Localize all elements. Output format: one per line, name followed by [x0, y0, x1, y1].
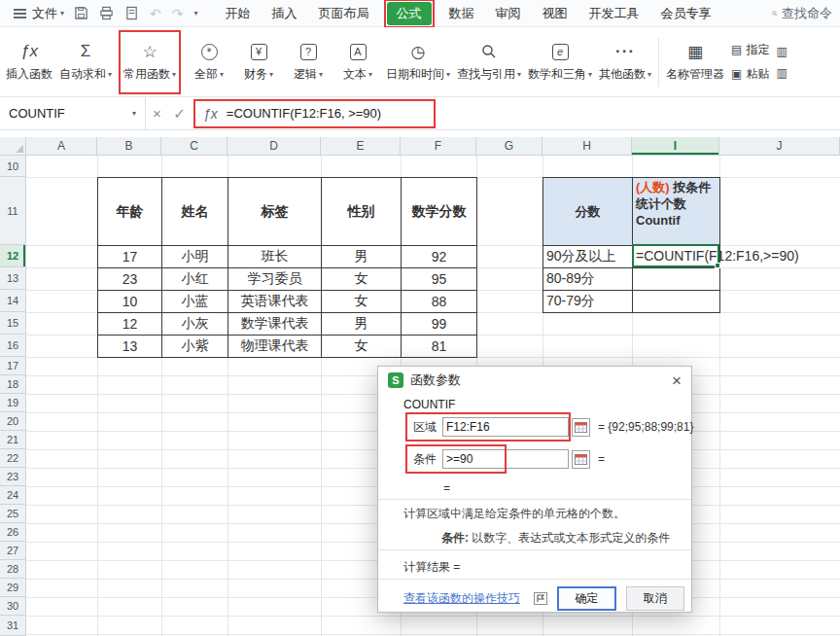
toolbar-chevron-icon[interactable]: ▾	[193, 9, 197, 18]
cell[interactable]: 99	[402, 313, 477, 336]
autosum-button[interactable]: Σ 自动求和▾	[59, 32, 112, 92]
formula-input[interactable]: =COUNTIF(F12:F16, >=90)	[227, 106, 426, 121]
cell[interactable]: 男	[322, 246, 402, 268]
cell[interactable]: 女	[322, 291, 402, 313]
tab-view[interactable]: 视图	[533, 2, 578, 25]
all-functions-button[interactable]: * 全部▾	[188, 32, 230, 92]
column-header-g[interactable]: G	[476, 137, 542, 156]
financial-functions-button[interactable]: ¥ 财务▾	[237, 32, 280, 92]
column-header-i[interactable]: I	[632, 137, 719, 156]
file-menu[interactable]: 文件 ▾	[32, 5, 64, 22]
math-trig-button[interactable]: e 数学和三角▾	[528, 32, 592, 92]
column-header-a[interactable]: A	[26, 137, 97, 156]
save-icon[interactable]	[74, 6, 88, 20]
cell[interactable]: 女	[322, 268, 402, 291]
cell[interactable]: 10	[98, 291, 162, 313]
cell[interactable]: 70-79分	[543, 291, 633, 313]
row-header[interactable]: 17	[0, 357, 26, 375]
cell[interactable]	[633, 291, 720, 313]
cell[interactable]: 年龄	[98, 178, 162, 246]
cell[interactable]: 80-89分	[543, 268, 633, 291]
cell[interactable]: 学习委员	[228, 268, 322, 291]
confirm-entry-icon[interactable]: ✓	[168, 105, 191, 123]
cell[interactable]: 23	[98, 268, 162, 291]
search-box[interactable]: 查找命令	[772, 5, 832, 22]
cell[interactable]: 81	[402, 336, 477, 358]
row-header[interactable]: 20	[0, 412, 26, 431]
text-functions-button[interactable]: A 文本▾	[336, 32, 379, 92]
cell[interactable]: 12	[98, 313, 162, 336]
cell[interactable]: 小紫	[162, 336, 228, 358]
column-header-c[interactable]: C	[161, 137, 228, 156]
cell[interactable]: 分数	[543, 178, 633, 246]
row-header[interactable]: 19	[0, 394, 26, 412]
cell[interactable]: 性别	[322, 178, 402, 246]
cancel-button[interactable]: 取消	[626, 586, 684, 611]
hamburger-menu-icon[interactable]	[14, 13, 26, 15]
tab-review[interactable]: 审阅	[486, 2, 531, 25]
cell[interactable]: 男	[322, 313, 402, 336]
print-icon[interactable]	[99, 6, 114, 20]
cell[interactable]: 班长	[228, 246, 322, 268]
row-header[interactable]: 24	[0, 486, 26, 505]
row-header[interactable]: 18	[0, 375, 26, 394]
row-header[interactable]: 10	[0, 156, 26, 177]
column-header-j[interactable]: J	[719, 137, 840, 156]
column-header-b[interactable]: B	[97, 137, 161, 156]
range-picker-button[interactable]	[572, 418, 590, 437]
cancel-entry-icon[interactable]: ×	[146, 105, 168, 122]
cell[interactable]: 物理课代表	[228, 336, 322, 358]
cell[interactable]: 92	[402, 246, 477, 268]
row-header-selected[interactable]: 12	[0, 245, 26, 267]
redo-icon[interactable]: ↷	[172, 6, 184, 21]
lookup-reference-button[interactable]: 查找与引用▾	[457, 32, 521, 92]
row-header[interactable]: 15	[0, 312, 26, 335]
row-header[interactable]: 31	[0, 616, 26, 636]
cell[interactable]: 姓名	[162, 178, 228, 246]
name-box[interactable]: COUNTIF ▾	[0, 97, 146, 129]
cell[interactable]: 小蓝	[162, 291, 228, 313]
row-header[interactable]: 28	[0, 560, 26, 579]
row-header[interactable]: 13	[0, 267, 26, 290]
assign-names-button[interactable]: ▤ 指定	[731, 42, 769, 58]
help-link[interactable]: 查看该函数的操作技巧	[403, 590, 520, 607]
insert-function-fx-icon[interactable]: ƒx	[203, 106, 218, 122]
clipped-button[interactable]: ▥	[776, 66, 799, 80]
cell[interactable]: 小红	[162, 268, 228, 291]
cell[interactable]: 女	[322, 336, 402, 358]
tab-developer[interactable]: 开发工具	[579, 2, 649, 25]
row-header[interactable]: 16	[0, 335, 26, 357]
clipped-button[interactable]: ▥	[776, 45, 799, 58]
cell[interactable]	[633, 268, 720, 291]
column-header-h[interactable]: H	[542, 137, 632, 156]
cell[interactable]: 90分及以上	[543, 246, 633, 268]
cell[interactable]: 标签	[228, 178, 322, 246]
cell[interactable]: 小明	[162, 246, 228, 268]
ok-button[interactable]: 确定	[557, 586, 616, 611]
column-header-d[interactable]: D	[228, 137, 321, 156]
logical-functions-button[interactable]: ? 逻辑▾	[287, 32, 330, 92]
cell[interactable]: (人数) 按条件统计个数 Countif	[633, 178, 720, 246]
cell[interactable]: 95	[402, 268, 477, 291]
paste-names-button[interactable]: ▣ 粘贴	[731, 66, 769, 83]
insert-function-button[interactable]: ƒx 插入函数	[6, 32, 52, 92]
row-header[interactable]: 11	[0, 177, 26, 245]
row-header[interactable]: 22	[0, 449, 26, 468]
tab-page-layout[interactable]: 页面布局	[309, 2, 379, 25]
cell[interactable]: 88	[402, 291, 477, 313]
row-header[interactable]: 29	[0, 579, 26, 597]
criteria-input[interactable]	[442, 449, 569, 469]
column-header-e[interactable]: E	[321, 137, 401, 156]
dialog-titlebar[interactable]: S 函数参数 ×	[378, 367, 691, 394]
row-header[interactable]: 21	[0, 431, 26, 449]
fill-handle[interactable]	[715, 263, 720, 268]
print-preview-icon[interactable]	[124, 6, 139, 20]
row-header[interactable]: 25	[0, 505, 26, 523]
cell[interactable]: 数学分数	[402, 178, 477, 246]
tab-insert[interactable]: 插入	[262, 2, 307, 25]
row-header[interactable]: 27	[0, 542, 26, 560]
undo-icon[interactable]: ↶	[150, 6, 161, 21]
column-header-f[interactable]: F	[401, 137, 476, 156]
select-all-corner[interactable]	[0, 137, 26, 156]
date-time-functions-button[interactable]: ◷ 日期和时间▾	[386, 32, 450, 92]
